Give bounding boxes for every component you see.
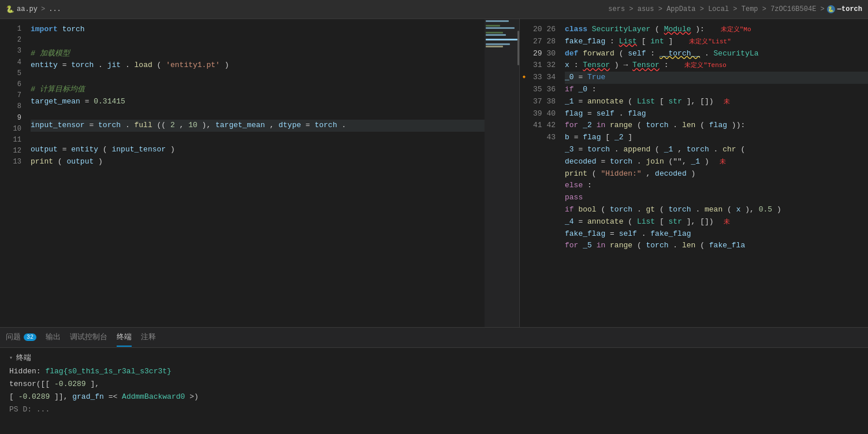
rcode-31: _1 = annotate ( List [ str ], []) 未 bbox=[565, 96, 868, 108]
code-line-6: # 计算目标均值 bbox=[31, 84, 485, 96]
rcode-37: print ( "Hidden:" , decoded ) bbox=[565, 168, 868, 180]
rln-31: 31 bbox=[533, 61, 542, 69]
code-line-9: input_tensor = torch . full (( 2 , 10 ),… bbox=[31, 120, 485, 132]
rcode-27: def forward ( self : __torch__ . Securit… bbox=[565, 48, 868, 60]
editor-right: 🔸 20 26 27 28 29 30 31 32 33 34 35 36 37… bbox=[520, 19, 868, 327]
line-numbers-left: 1 2 3 4 5 6 7 8 9 10 11 12 13 bbox=[0, 19, 26, 327]
warning-icon-29: 🔸 bbox=[520, 72, 528, 83]
rcode-39: pass bbox=[565, 192, 868, 204]
code-line-10 bbox=[31, 132, 485, 144]
rcode-29: _0 = True bbox=[565, 72, 868, 84]
tab-debug-label: 调试控制台 bbox=[70, 332, 107, 342]
tab-problems[interactable]: 问题 32 bbox=[6, 328, 36, 347]
editor-container: 1 2 3 4 5 6 7 8 9 10 11 12 13 import bbox=[0, 19, 868, 327]
rcode-35: _3 = torch . append ( _1 , torch . chr ( bbox=[565, 144, 868, 156]
ln-3: 3 bbox=[0, 46, 21, 57]
title-bar: 🐍 aa.py > ... sers > asus > AppData > Lo… bbox=[0, 0, 868, 19]
rcode-33: for _2 in range ( torch . len ( flag )): bbox=[565, 120, 868, 132]
rln-38: 38 bbox=[546, 97, 556, 106]
title-bar-right: sers > asus > AppData > Local > Temp > 7… bbox=[608, 5, 862, 13]
tab-output[interactable]: 输出 bbox=[46, 328, 61, 347]
rcode-32: flag = self . flag bbox=[565, 108, 868, 120]
terminal-chevron-icon: ▾ bbox=[9, 354, 13, 361]
rln-20: 20 bbox=[533, 25, 542, 34]
ln-1: 1 bbox=[0, 24, 21, 35]
warning-gutter: 🔸 bbox=[520, 19, 531, 327]
code-line-8 bbox=[31, 108, 485, 120]
rln-39: 39 bbox=[533, 109, 542, 118]
rln-34: 34 bbox=[546, 73, 556, 81]
python-file-icon: 🐍 bbox=[6, 5, 14, 14]
torch-label: —torch bbox=[837, 5, 862, 13]
code-area-left: 1 2 3 4 5 6 7 8 9 10 11 12 13 import bbox=[0, 19, 519, 327]
tab-terminal[interactable]: 终端 bbox=[117, 328, 132, 347]
terminal-line-1: Hidden: flag{s0_th1s_1s_r3al_s3cr3t} bbox=[9, 365, 859, 378]
ln-10: 10 bbox=[0, 124, 21, 135]
breadcrumb-sep1: > bbox=[41, 5, 45, 13]
terminal-line-4: PS D: ... bbox=[9, 403, 859, 416]
editor-left: 1 2 3 4 5 6 7 8 9 10 11 12 13 import bbox=[0, 19, 520, 327]
tab-output-label: 输出 bbox=[46, 332, 61, 342]
ln-7: 7 bbox=[0, 90, 21, 101]
tab-problems-label: 问题 bbox=[6, 332, 21, 342]
rcode-43: for _5 in range ( torch . len ( fake_fla bbox=[565, 240, 868, 252]
minimap bbox=[485, 19, 519, 327]
code-content-right[interactable]: class SecurityLayer ( Module ): 未定义"Mo f… bbox=[560, 19, 868, 327]
code-line-3: # 加载模型 bbox=[31, 48, 485, 60]
bottom-panel: 问题 32 输出 调试控制台 终端 注释 ▾ 终端 Hidden: flag{s… bbox=[0, 327, 868, 434]
terminal-line-3: [ -0.0289 ]], grad_fn =< AddmmBackward0 … bbox=[9, 391, 859, 403]
rcode-20: class SecurityLayer ( Module ): 未定义"Mo bbox=[565, 24, 868, 36]
rln-26: 26 bbox=[546, 25, 556, 34]
code-content-left[interactable]: import torch # 加载模型 entity = torch . jit bbox=[26, 19, 485, 327]
rln-28: 28 bbox=[546, 37, 556, 46]
code-line-2 bbox=[31, 36, 485, 48]
rcode-41: _4 = annotate ( List [ str ], []) 未 bbox=[565, 216, 868, 228]
rcode-30: if _0 : bbox=[565, 84, 868, 96]
rln-30: 30 bbox=[546, 49, 556, 58]
ln-4: 4 bbox=[0, 57, 21, 68]
rln-36: 36 bbox=[546, 85, 556, 94]
rln-32: 32 bbox=[546, 61, 556, 69]
ln-6: 6 bbox=[0, 79, 21, 90]
code-area-right: 🔸 20 26 27 28 29 30 31 32 33 34 35 36 37… bbox=[520, 19, 868, 327]
ln-11: 11 bbox=[0, 135, 21, 146]
rln-41: 41 bbox=[533, 121, 542, 129]
breadcrumb-ellipsis: ... bbox=[49, 5, 61, 13]
rln-40: 40 bbox=[546, 109, 556, 118]
ln-8: 8 bbox=[0, 101, 21, 112]
rcode-42: fake_flag = self . fake_flag bbox=[565, 228, 868, 240]
rcode-38: else : bbox=[565, 180, 868, 192]
rln-27: 27 bbox=[533, 37, 542, 46]
ln-13: 13 bbox=[0, 157, 21, 168]
terminal-content[interactable]: ▾ 终端 Hidden: flag{s0_th1s_1s_r3al_s3cr3t… bbox=[0, 348, 868, 434]
rln-33: 33 bbox=[533, 73, 542, 81]
code-line-1: import torch bbox=[31, 24, 485, 36]
rln-42: 42 bbox=[546, 121, 556, 129]
rcode-40: if bool ( torch . gt ( torch . mean ( x … bbox=[565, 204, 868, 216]
rcode-34: b = flag [ _2 ] bbox=[565, 132, 868, 144]
rln-29: 29 bbox=[533, 49, 542, 58]
tab-debug-console[interactable]: 调试控制台 bbox=[70, 328, 107, 347]
ln-9: 9 bbox=[0, 113, 21, 124]
line-numbers-right: 20 26 27 28 29 30 31 32 33 34 35 36 37 3… bbox=[531, 19, 560, 327]
code-line-4: entity = torch . jit . load ( 'entity1.p… bbox=[31, 60, 485, 72]
terminal-title: 终端 bbox=[16, 353, 31, 363]
tab-terminal-label: 终端 bbox=[117, 332, 132, 342]
filename: aa.py bbox=[17, 5, 38, 13]
python-icon: 🐍 bbox=[827, 5, 835, 13]
code-line-5 bbox=[31, 72, 485, 84]
rcode-28: x : Tensor ) → Tensor : 未定义"Tenso bbox=[565, 60, 868, 72]
rln-43: 43 bbox=[546, 133, 556, 142]
terminal-line-2: tensor([[ -0.0289 ], bbox=[9, 378, 859, 391]
panel-tabs: 问题 32 输出 调试控制台 终端 注释 bbox=[0, 328, 868, 348]
tab-comments[interactable]: 注释 bbox=[141, 328, 156, 347]
rcode-36: decoded = torch . join ("", _1 ) 未 bbox=[565, 156, 868, 168]
rcode-26: fake_flag : List [ int ] 未定义"List" bbox=[565, 36, 868, 48]
rln-37: 37 bbox=[533, 97, 542, 106]
title-bar-left: 🐍 aa.py > ... bbox=[6, 5, 608, 14]
ln-12: 12 bbox=[0, 146, 21, 157]
code-line-12: print ( output ) bbox=[31, 156, 485, 168]
terminal-header: ▾ 终端 bbox=[9, 353, 859, 363]
tab-comments-label: 注释 bbox=[141, 332, 156, 342]
ln-2: 2 bbox=[0, 35, 21, 46]
